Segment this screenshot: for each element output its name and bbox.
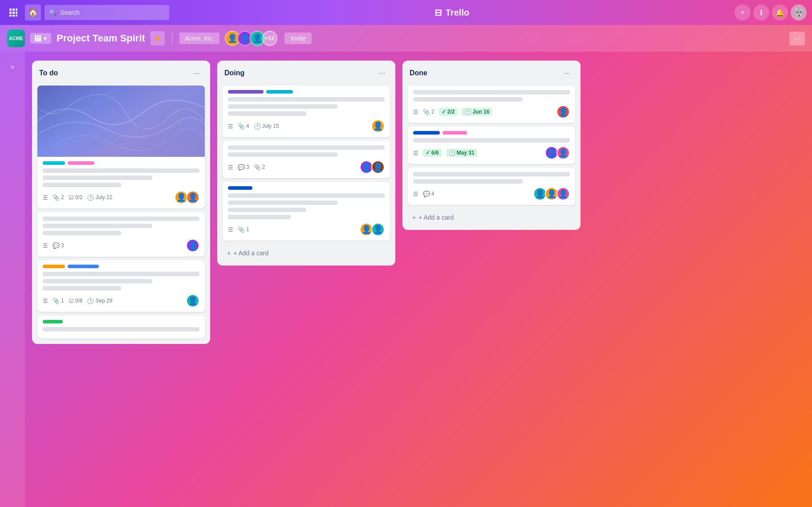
checklist-badge: ✓ 6/6 <box>423 149 442 157</box>
home-button[interactable]: 🏠 <box>25 4 41 20</box>
card-text-line <box>228 200 337 205</box>
top-navigation: 🏠 🔍 Search ⊟ Trello + ℹ 🔔 🐺 <box>0 0 812 25</box>
plus-icon: + <box>227 249 231 257</box>
list-menu-todo[interactable]: ··· <box>191 67 203 79</box>
card-meta: ☰ 💬 3 👤 <box>43 239 199 252</box>
card-meta: ☰ 📎 2 ☑ 0/2 🕐 July 22 <box>43 191 199 204</box>
member-avatars: 👤 👤 👤 +12 <box>225 31 277 46</box>
label-green <box>43 320 63 323</box>
svg-rect-0 <box>9 8 12 11</box>
label-blue <box>68 265 99 268</box>
card-avatars: 👤 <box>556 105 570 119</box>
card-avatar: 👤 <box>186 191 199 204</box>
card-avatars: 👤 <box>186 239 199 252</box>
list-title-todo: To do <box>39 69 58 77</box>
board-type-menu[interactable]: ▾ <box>30 33 51 44</box>
svg-rect-1 <box>12 8 15 11</box>
header-divider <box>172 32 172 45</box>
svg-rect-15 <box>37 86 205 156</box>
workspace-label[interactable]: Acme, Inc. <box>179 33 219 44</box>
label-cyan2 <box>266 90 293 94</box>
meta-description: ☰ <box>413 109 418 115</box>
card-doing-1[interactable]: ☰ 📎 4 🕐 July 15 👤 <box>223 86 390 137</box>
attachment-icon: 📎 <box>238 226 245 233</box>
workspace-badge[interactable]: ACME <box>7 29 25 47</box>
list-doing: Doing ··· ☰ 📎 4 <box>217 61 395 266</box>
meta-date: 🕐 Sep 29 <box>87 298 112 304</box>
member-count[interactable]: +12 <box>262 31 277 46</box>
card-labels <box>228 90 385 94</box>
card-text-line <box>228 145 385 150</box>
star-button[interactable]: ★ <box>150 31 165 45</box>
card-text-line <box>413 179 523 184</box>
card-avatar: 👤 <box>371 223 385 236</box>
notifications-button[interactable]: 🔔 <box>772 4 788 20</box>
add-card-doing[interactable]: + + Add a card <box>223 246 390 260</box>
card-avatar: 👤 <box>371 119 385 133</box>
svg-rect-3 <box>9 12 12 14</box>
comment-icon: 💬 <box>423 191 430 197</box>
card-meta: ☰ 💬 3 📎 2 👤 👤 <box>228 160 385 174</box>
card-done-3[interactable]: ☰ 💬 4 👤 👤 👤 <box>408 168 575 205</box>
card-meta: ☰ 📎 2 ✓ 2/2 🕐 Jun 16 <box>413 105 570 119</box>
svg-rect-4 <box>12 12 15 14</box>
list-todo: To do ··· <box>32 61 210 344</box>
card-text-line <box>43 231 121 235</box>
clock-icon-done: 🕐 <box>464 109 471 115</box>
clock-icon: 🕐 <box>87 298 94 304</box>
sidebar: » <box>0 52 25 507</box>
grid-menu-button[interactable] <box>5 4 21 20</box>
user-avatar[interactable]: 🐺 <box>791 4 807 20</box>
label-cyan <box>43 161 65 165</box>
card-meta: ☰ ✓ 6/6 🕐 May 31 👤 👤 <box>413 146 570 159</box>
card-text-line <box>413 90 570 94</box>
sidebar-toggle-button[interactable]: » <box>4 59 20 75</box>
card-text-line <box>228 97 385 102</box>
card-done-2[interactable]: ☰ ✓ 6/6 🕐 May 31 👤 👤 <box>408 127 575 164</box>
attachment-icon: 📎 <box>238 123 245 130</box>
logo-icon: ⊟ <box>434 7 442 18</box>
date-badge: 🕐 Jun 16 <box>462 108 492 116</box>
board-menu-more-button[interactable]: ··· <box>789 32 805 45</box>
date-badge: 🕐 May 31 <box>446 149 477 157</box>
card-avatar: 👤 <box>556 146 570 159</box>
svg-rect-2 <box>16 8 17 11</box>
card-todo-2[interactable]: ☰ 💬 3 👤 <box>37 212 205 257</box>
card-avatars: 👤 👤 <box>360 160 385 174</box>
card-text-line <box>228 111 306 116</box>
svg-rect-10 <box>37 35 39 37</box>
card-avatars: 👤 👤 <box>360 223 385 236</box>
attachment-icon: 📎 <box>423 109 430 115</box>
card-todo-1[interactable]: ☰ 📎 2 ☑ 0/2 🕐 July 22 <box>37 86 205 209</box>
info-button[interactable]: ℹ <box>753 4 769 20</box>
card-text-line <box>43 217 199 221</box>
list-menu-done[interactable]: ··· <box>561 67 573 79</box>
card-doing-3[interactable]: ☰ 📎 1 👤 👤 <box>223 182 390 241</box>
description-icon: ☰ <box>228 123 233 130</box>
invite-button[interactable]: Invite <box>284 33 312 44</box>
meta-description: ☰ <box>228 226 233 233</box>
search-bar[interactable]: 🔍 Search <box>45 5 169 20</box>
card-todo-3[interactable]: ☰ 📎 1 ☑ 0/8 🕐 Sep 29 <box>37 260 205 312</box>
card-avatars: 👤 👤 👤 <box>533 187 570 200</box>
card-todo-4[interactable] <box>37 315 205 339</box>
check-icon: ✓ <box>426 150 430 156</box>
card-avatar: 👤 <box>371 160 385 174</box>
list-menu-doing[interactable]: ··· <box>376 67 388 79</box>
list-header-todo: To do ··· <box>37 66 205 80</box>
add-card-done[interactable]: + + Add a card <box>408 210 575 225</box>
attachment-icon: 📎 <box>53 298 60 304</box>
card-avatars: 👤 <box>371 119 385 133</box>
meta-attachments: 📎 1 <box>238 226 249 233</box>
description-icon: ☰ <box>413 150 418 156</box>
description-icon: ☰ <box>43 242 48 249</box>
add-button[interactable]: + <box>735 4 751 20</box>
card-meta: ☰ 📎 4 🕐 July 15 👤 <box>228 119 385 133</box>
list-header-done: Done ··· <box>408 66 575 80</box>
svg-rect-12 <box>35 37 37 41</box>
search-placeholder: Search <box>60 9 80 16</box>
card-labels <box>43 265 199 268</box>
card-done-1[interactable]: ☰ 📎 2 ✓ 2/2 🕐 Jun 16 <box>408 86 575 123</box>
search-icon: 🔍 <box>49 9 57 16</box>
card-doing-2[interactable]: ☰ 💬 3 📎 2 👤 👤 <box>223 141 390 178</box>
